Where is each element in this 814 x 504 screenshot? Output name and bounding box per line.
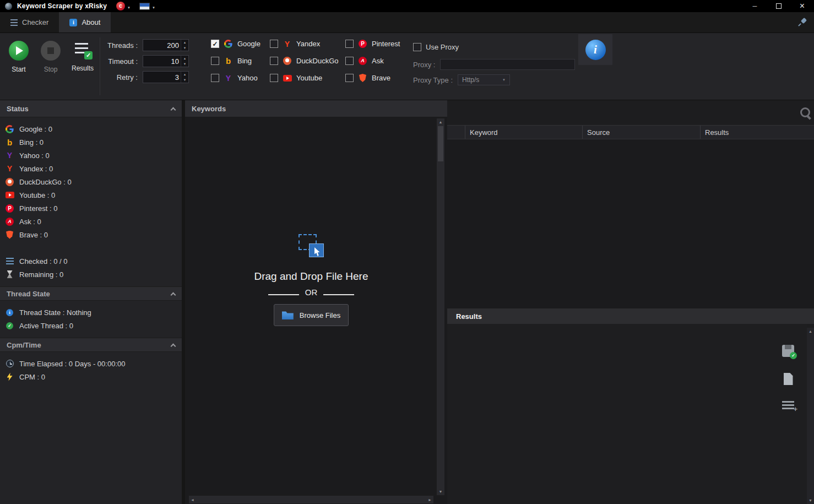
timeout-spinner[interactable]: [181, 56, 188, 67]
save-results-icon[interactable]: [782, 345, 794, 357]
close-button[interactable]: [790, 0, 814, 12]
engine-toggle-youtube[interactable]: Youtube: [270, 69, 345, 86]
google-checkbox[interactable]: [211, 40, 219, 48]
tab-checker[interactable]: Checker: [0, 12, 59, 32]
threads-spinner[interactable]: [181, 40, 188, 51]
stop-button[interactable]: Stop: [35, 41, 67, 73]
column-header-source[interactable]: Source: [583, 126, 701, 139]
browse-files-button[interactable]: Browse Files: [274, 304, 349, 326]
keywords-horizontal-scrollbar[interactable]: [189, 496, 433, 503]
column-header-keyword[interactable]: Keyword: [465, 126, 583, 139]
results-output-area: [447, 324, 807, 504]
tab-bar: Checker About: [0, 12, 814, 33]
scrollbar-thumb[interactable]: [438, 126, 443, 161]
search-icon[interactable]: [799, 106, 812, 119]
engine-toggle-google[interactable]: Google: [211, 35, 270, 52]
status-panel: Status Google : 0 Bing : 0 Yahoo : 0 Yan…: [0, 100, 182, 504]
yandex-checkbox[interactable]: [270, 40, 278, 48]
engine-label: Youtube: [296, 74, 322, 82]
bing-icon: [224, 56, 233, 66]
spin-down-icon[interactable]: [181, 61, 188, 67]
results-check-icon: [84, 51, 93, 59]
duckduckgo-checkbox[interactable]: [270, 57, 278, 65]
tab-about-label: About: [82, 18, 100, 26]
maximize-button[interactable]: [767, 0, 790, 12]
proxy-type-select[interactable]: Http/s: [458, 74, 510, 85]
language-flag-icon[interactable]: [139, 3, 150, 10]
spin-up-icon[interactable]: [181, 72, 188, 77]
collapse-chevron-icon[interactable]: [171, 343, 176, 349]
column-header-results[interactable]: Results: [701, 126, 814, 139]
collapse-chevron-icon[interactable]: [171, 292, 176, 297]
scroll-down-icon[interactable]: [437, 488, 444, 495]
document-icon[interactable]: [784, 373, 793, 385]
results-section-title: Results: [456, 312, 482, 321]
pin-icon[interactable]: [797, 18, 807, 27]
collapse-chevron-icon[interactable]: [171, 107, 176, 112]
scrollbar-track[interactable]: [807, 335, 814, 497]
brave-checkbox[interactable]: [345, 74, 354, 82]
cpm-time-list: Time Elapsed : 0 Days - 00:00:00 CPM : 0: [0, 352, 182, 383]
proxy-type-row: Proxy Type : Http/s: [413, 74, 575, 85]
yahoo-checkbox[interactable]: [211, 74, 219, 82]
start-icon: [9, 41, 29, 61]
retry-spinner[interactable]: [181, 72, 188, 83]
results-vertical-scrollbar[interactable]: [807, 328, 814, 504]
keywords-drop-zone[interactable]: Drag and Drop File Here OR Browse Files: [185, 117, 447, 504]
spin-down-icon[interactable]: [181, 77, 188, 83]
status-row-duckduckgo: DuckDuckGo : 0: [5, 175, 182, 188]
scrollbar-track[interactable]: [437, 162, 444, 488]
spin-up-icon[interactable]: [181, 56, 188, 61]
or-separator: OR: [268, 288, 355, 297]
scroll-up-icon[interactable]: [807, 328, 814, 335]
start-button[interactable]: Start: [3, 41, 35, 73]
threads-row: Threads : 200: [105, 39, 189, 51]
tab-about[interactable]: About: [59, 12, 111, 32]
use-proxy-checkbox[interactable]: [413, 43, 421, 51]
drop-group: Drag and Drop File Here OR Browse Files: [185, 234, 437, 326]
use-proxy-label: Use Proxy: [426, 43, 459, 51]
engine-toggle-pinterest[interactable]: Pinterest: [345, 35, 412, 52]
engine-toggle-yandex[interactable]: Yandex: [270, 35, 345, 52]
brave-icon: [358, 73, 367, 83]
engine-toggle-ask[interactable]: Ask: [345, 52, 412, 69]
minimize-button[interactable]: [743, 0, 767, 12]
info-icon[interactable]: [585, 40, 606, 60]
engine-label: Yahoo: [237, 74, 258, 82]
timeout-input[interactable]: 10: [143, 55, 189, 67]
ask-icon: [5, 218, 14, 226]
engine-toggle-duckduckgo[interactable]: DuckDuckGo: [270, 52, 345, 69]
engine-toggle-bing[interactable]: Bing: [211, 52, 270, 69]
list-add-icon[interactable]: [782, 401, 794, 409]
threads-input[interactable]: 200: [143, 39, 189, 51]
timeout-label: Timeout :: [105, 57, 138, 66]
scroll-down-icon[interactable]: [807, 497, 814, 504]
status-label: DuckDuckGo : 0: [19, 178, 72, 186]
bing-checkbox[interactable]: [211, 57, 219, 65]
scroll-up-icon[interactable]: [437, 118, 444, 126]
scroll-left-icon[interactable]: [189, 498, 196, 502]
engine-toggle-brave[interactable]: Brave: [345, 69, 412, 86]
retry-input[interactable]: 3: [143, 71, 189, 83]
pinterest-checkbox[interactable]: [345, 40, 354, 48]
engine-toggle-yahoo[interactable]: Yahoo: [211, 69, 270, 86]
results-button[interactable]: Results: [67, 41, 99, 73]
status-label: Ask : 0: [19, 218, 41, 226]
checker-tab-icon: [10, 19, 18, 26]
scroll-right-icon[interactable]: [426, 498, 433, 502]
ask-checkbox[interactable]: [345, 57, 354, 65]
youtube-checkbox[interactable]: [270, 74, 278, 82]
language-dropdown-caret-icon[interactable]: [152, 2, 155, 10]
status-row-pinterest: Pinterest : 0: [5, 202, 182, 215]
use-proxy-row[interactable]: Use Proxy: [413, 41, 575, 52]
spin-down-icon[interactable]: [181, 45, 188, 51]
about-tab-icon: [69, 19, 77, 26]
spin-up-icon[interactable]: [181, 40, 188, 45]
keywords-vertical-scrollbar[interactable]: [437, 118, 444, 495]
account-badge-icon[interactable]: [116, 2, 125, 10]
account-dropdown-caret-icon[interactable]: [127, 2, 131, 10]
settings-fields: Threads : 200 Timeout : 10 Retry : 3: [105, 39, 189, 83]
proxy-input[interactable]: [440, 59, 575, 70]
results-icon: [73, 41, 92, 59]
results-panel: Keyword Source Results Results: [447, 100, 814, 504]
